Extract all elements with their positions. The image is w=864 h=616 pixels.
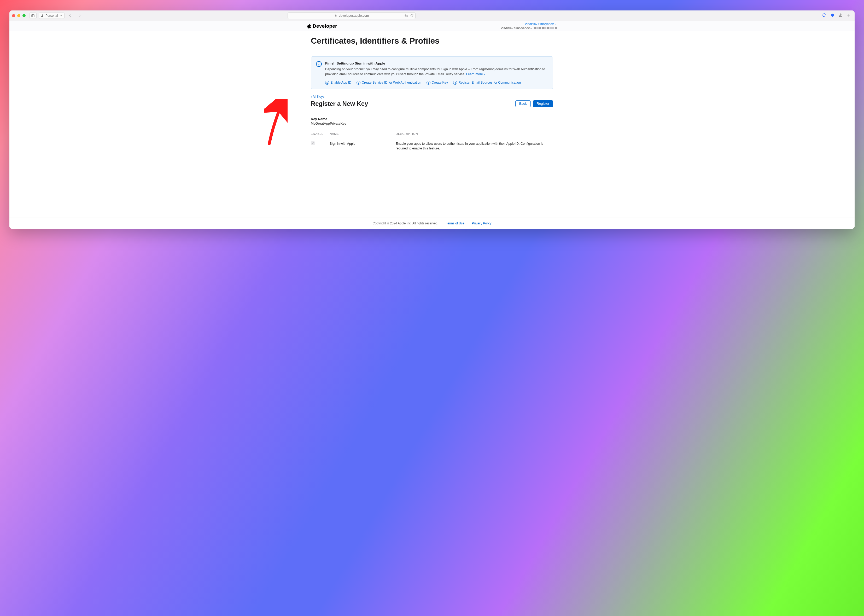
- fullscreen-window-button[interactable]: [22, 14, 25, 17]
- info-heading: Finish Setting up Sign in with Apple: [325, 61, 547, 65]
- svg-point-3: [319, 63, 319, 63]
- close-window-button[interactable]: [12, 14, 15, 17]
- copyright: Copyright © 2024 Apple Inc. All rights r…: [372, 222, 438, 225]
- table-row: Sign in with Apple Enable your apps to a…: [311, 138, 553, 154]
- minimize-window-button[interactable]: [17, 14, 20, 17]
- step-enable-app-id[interactable]: 1Enable App ID: [325, 81, 351, 85]
- chevron-down-icon: [59, 14, 63, 17]
- info-callout: Finish Setting up Sign in with Apple Dep…: [311, 57, 553, 89]
- privacy-link[interactable]: Privacy Policy: [472, 222, 492, 225]
- redacted-team-id: [534, 27, 557, 29]
- share-button[interactable]: [839, 13, 843, 18]
- chevron-right-icon: [78, 14, 82, 17]
- brand-label: Developer: [313, 23, 337, 29]
- share-icon: [839, 13, 843, 17]
- shield-ext-icon[interactable]: [830, 13, 835, 18]
- services-table: ENABLE NAME DESCRIPTION Sign in with App…: [311, 132, 553, 154]
- sidebar-icon: [31, 14, 35, 17]
- sidebar-toggle-button[interactable]: [29, 13, 36, 19]
- enable-checkbox-locked: [311, 141, 315, 145]
- page-body: Certificates, Identifiers & Profiles Fin…: [9, 31, 855, 229]
- page-footer: Copyright © 2024 Apple Inc. All rights r…: [9, 218, 855, 229]
- learn-more-link[interactable]: Learn more ›: [466, 72, 485, 76]
- download-spinner-icon[interactable]: [822, 13, 827, 18]
- service-name: Sign in with Apple: [330, 138, 396, 154]
- nav-forward-button[interactable]: [76, 13, 83, 19]
- all-keys-link[interactable]: ‹ All Keys: [311, 95, 324, 99]
- section-header: Register a New Key Back Register: [311, 100, 553, 112]
- setup-steps: 1Enable App ID 2Create Service ID for We…: [325, 81, 547, 85]
- url-host: developer.apple.com: [339, 14, 369, 17]
- account-menu[interactable]: Vladislav Smolyanov: [525, 22, 557, 26]
- window-controls: [12, 14, 25, 17]
- apple-logo-icon: [307, 24, 311, 28]
- step-create-service-id[interactable]: 2Create Service ID for Web Authenticatio…: [357, 81, 421, 85]
- section-title: Register a New Key: [311, 100, 368, 107]
- profile-picker[interactable]: Personal: [39, 13, 64, 19]
- service-description: Enable your apps to allow users to authe…: [396, 138, 553, 154]
- back-button[interactable]: Back: [515, 100, 531, 107]
- account-name-link: Vladislav Smolyanov: [525, 22, 554, 26]
- key-name-field: Key Name MyGreatAppPrivateKey: [311, 117, 553, 126]
- refresh-icon[interactable]: [410, 14, 414, 17]
- address-bar[interactable]: developer.apple.com: [287, 12, 416, 19]
- account-area: Vladislav Smolyanov Vladislav Smolyanov …: [501, 22, 557, 30]
- terms-link[interactable]: Terms of Use: [446, 222, 464, 225]
- chevron-down-icon: [555, 23, 557, 25]
- col-description: DESCRIPTION: [396, 132, 553, 138]
- profile-label: Personal: [46, 14, 58, 17]
- check-icon: [311, 142, 314, 145]
- info-body: Depending on your product, you may need …: [325, 67, 547, 76]
- key-name-value: MyGreatAppPrivateKey: [311, 121, 553, 126]
- key-name-label: Key Name: [311, 117, 553, 121]
- svg-rect-0: [31, 14, 35, 17]
- plus-icon: [847, 13, 851, 17]
- lock-icon: [334, 14, 337, 17]
- new-tab-button[interactable]: [847, 13, 851, 18]
- browser-toolbar: Personal developer.apple.com: [9, 11, 855, 21]
- step-create-key[interactable]: 3Create Key: [427, 81, 448, 85]
- safari-window: Personal developer.apple.com: [9, 11, 855, 229]
- developer-brand-link[interactable]: Developer: [307, 23, 337, 29]
- svg-rect-4: [319, 64, 319, 66]
- col-name: NAME: [330, 132, 396, 138]
- step-register-email-sources[interactable]: 4Register Email Sources for Communicatio…: [453, 81, 521, 85]
- team-indicator: Vladislav Smolyanov –: [501, 26, 557, 30]
- svg-point-1: [822, 13, 826, 17]
- apple-developer-nav: Developer Vladislav Smolyanov Vladislav …: [9, 21, 855, 31]
- person-icon: [41, 14, 44, 17]
- info-icon: [316, 61, 322, 67]
- page-title: Certificates, Identifiers & Profiles: [311, 36, 553, 49]
- nav-back-button[interactable]: [67, 13, 74, 19]
- col-enable: ENABLE: [311, 132, 330, 138]
- register-button[interactable]: Register: [533, 100, 553, 107]
- chevron-left-icon: [68, 14, 72, 17]
- translate-icon: [404, 14, 408, 17]
